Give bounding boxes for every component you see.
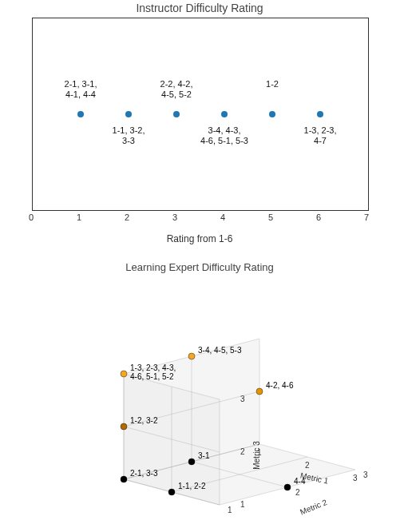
chart1-annotation: 1-3, 2-3, 4-7 <box>304 125 337 145</box>
chart2-annotation: 4-4 <box>294 477 306 486</box>
chart2-point <box>121 476 127 482</box>
chart2-point <box>188 353 195 359</box>
chart2-point <box>121 423 127 430</box>
svg-text:1: 1 <box>228 506 232 514</box>
chart1-xtick: 7 <box>364 212 369 222</box>
chart1-title: Instructor Difficulty Rating <box>16 2 383 14</box>
chart1-xlabel: Rating from 1-6 <box>16 233 383 244</box>
chart2-annotation: 1-2, 3-2 <box>130 416 158 425</box>
chart1-annotation: 3-4, 4-3, 4-6, 5-1, 5-3 <box>200 125 248 145</box>
chart1-annotation: 1-2 <box>266 79 279 89</box>
chart1-point <box>173 111 180 117</box>
chart1-annotation: 1-1, 3-2, 3-3 <box>113 125 145 145</box>
chart1-xtick: 5 <box>268 212 273 222</box>
chart1-point <box>269 111 275 117</box>
svg-text:2: 2 <box>295 488 300 497</box>
chart2-point <box>284 484 291 490</box>
learning-expert-chart: Learning Expert Difficulty Rating 123123… <box>8 260 391 531</box>
chart2-annotation: 4-6, 5-1, 5-2 <box>130 372 174 381</box>
chart2-annotation: 3-4, 4-5, 5-3 <box>198 346 242 355</box>
chart1-plotarea: 2-1, 3-1, 4-1, 4-41-1, 3-2, 3-32-2, 4-2,… <box>32 18 369 211</box>
chart1-xtick: 0 <box>29 212 34 222</box>
chart2-point <box>168 489 175 495</box>
chart2-annotation: 4-2, 4-6 <box>266 381 294 390</box>
chart1-xtick: 3 <box>172 212 177 222</box>
chart1-xtick: 1 <box>77 212 81 222</box>
chart1-point <box>221 111 228 117</box>
svg-text:3: 3 <box>353 474 358 482</box>
chart1-point <box>317 111 323 117</box>
chart2-point <box>256 388 263 395</box>
chart2-point <box>188 459 195 465</box>
chart1-point <box>77 111 84 117</box>
chart2-annotation: 2-1, 3-3 <box>130 469 158 478</box>
svg-text:2: 2 <box>240 447 245 456</box>
chart1-xtick: 4 <box>220 212 225 222</box>
chart1-xtick: 2 <box>125 212 129 222</box>
chart1-annotation: 2-1, 3-1, 4-1, 4-4 <box>65 79 97 99</box>
svg-text:Metric 2: Metric 2 <box>299 498 328 517</box>
chart2-stage: 123123123Metric 1Metric 2Metric 31-3, 2-… <box>8 276 391 523</box>
svg-text:3: 3 <box>363 470 368 479</box>
svg-text:3: 3 <box>240 395 245 403</box>
chart2-point <box>121 371 127 377</box>
chart1-annotation: 2-2, 4-2, 4-5, 5-2 <box>160 79 193 99</box>
svg-text:2: 2 <box>305 461 310 470</box>
chart2-annotation: 1-3, 2-3, 4-3, <box>130 363 176 372</box>
svg-text:1: 1 <box>240 500 245 509</box>
chart2-annotation: 3-1 <box>198 451 210 460</box>
chart2-annotation: 1-1, 2-2 <box>178 482 206 490</box>
instructor-chart: Instructor Difficulty Rating 2-1, 3-1, 4… <box>16 0 383 248</box>
svg-text:Metric 3: Metric 3 <box>252 441 261 470</box>
chart1-xtick: 6 <box>316 212 321 222</box>
chart2-title: Learning Expert Difficulty Rating <box>8 261 391 273</box>
chart1-point <box>125 111 132 117</box>
